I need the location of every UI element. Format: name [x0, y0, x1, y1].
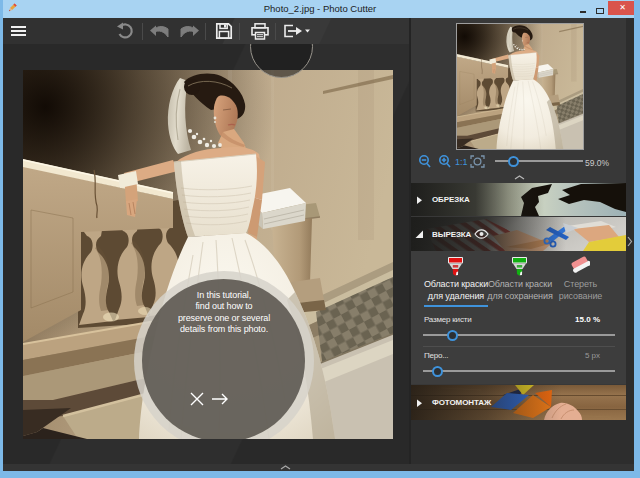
- svg-text:1:1: 1:1: [455, 157, 468, 167]
